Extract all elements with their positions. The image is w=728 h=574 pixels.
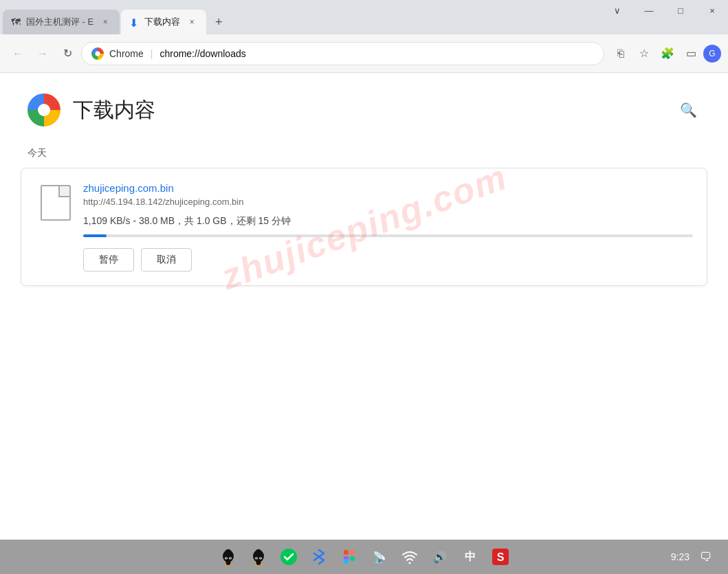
svg-point-13 — [256, 558, 257, 559]
chrome-logo-icon — [27, 93, 60, 126]
search-button[interactable]: 🔍 — [676, 98, 701, 122]
notification-button[interactable]: 🗨 — [695, 546, 717, 568]
back-button[interactable]: ← — [7, 43, 29, 65]
address-bar: ← → ↻ Chrome | chrome://downloads ⎗ ☆ 🧩 … — [0, 34, 728, 73]
svg-point-16 — [256, 560, 261, 565]
qq-icon-1[interactable] — [218, 547, 239, 567]
svg-rect-18 — [344, 550, 349, 555]
sidebar-toggle-button[interactable]: ▭ — [680, 43, 702, 65]
progress-bar-fill — [83, 234, 107, 237]
chrome-label: Chrome — [109, 48, 144, 59]
taskbar-right: 9:23 🗨 — [671, 546, 717, 568]
bluetooth-icon[interactable] — [309, 547, 329, 567]
page-header: 下载内容 🔍 — [0, 73, 728, 140]
profile-avatar[interactable]: G — [703, 45, 721, 63]
new-tab-button[interactable]: + — [209, 12, 228, 32]
svg-point-8 — [225, 560, 230, 565]
address-field[interactable]: Chrome | chrome://downloads — [81, 42, 604, 65]
section-today-label: 今天 — [0, 140, 728, 165]
progress-bar — [83, 234, 693, 237]
svg-point-10 — [255, 549, 262, 556]
url-display: chrome://downloads — [159, 48, 245, 59]
maximize-button[interactable]: □ — [665, 0, 696, 21]
sogou-icon[interactable]: S — [490, 547, 511, 567]
svg-point-2 — [225, 549, 232, 556]
taskbar: 📡 🔊 中 S 9:23 🗨 — [0, 540, 728, 574]
tab2-label: 下载内容 — [144, 16, 180, 28]
input-method-icon[interactable]: 中 — [460, 547, 481, 567]
page-title: 下载内容 — [73, 96, 155, 124]
svg-point-22 — [350, 556, 355, 561]
tab-active-downloads[interactable]: ⬇ 下载内容 × — [121, 10, 206, 34]
svg-point-23 — [408, 562, 410, 564]
check-icon[interactable] — [278, 547, 299, 567]
cancel-button[interactable]: 取消 — [141, 248, 192, 272]
download-speed-info: 1,109 KB/s - 38.0 MB，共 1.0 GB，还剩 15 分钟 — [83, 215, 693, 228]
volume-icon[interactable]: 🔊 — [430, 547, 450, 567]
page-header-left: 下载内容 — [27, 93, 155, 126]
file-icon — [41, 185, 71, 221]
share-button[interactable]: ⎗ — [610, 43, 632, 65]
svg-rect-19 — [350, 550, 355, 555]
svg-text:S: S — [496, 551, 504, 563]
svg-point-6 — [230, 558, 231, 559]
wifi-icon[interactable] — [399, 547, 420, 567]
svg-rect-21 — [344, 559, 349, 564]
toolbar-icons: ⎗ ☆ 🧩 ▭ G — [610, 43, 721, 65]
title-bar: 🗺 国外主机测评 - E × ⬇ 下载内容 × + ∨ — □ × — [0, 0, 728, 34]
download-section: zhujiceping.com zhujiceping.com.bin http… — [0, 168, 728, 286]
extensions-button[interactable]: 🧩 — [657, 43, 679, 65]
download-card: zhujiceping.com.bin http://45.194.18.142… — [21, 168, 707, 286]
reload-button[interactable]: ↻ — [56, 43, 78, 65]
tab1-label: 国外主机测评 - E — [26, 16, 93, 28]
address-separator: | — [151, 48, 153, 59]
qq-icon-2[interactable] — [248, 547, 269, 567]
chrome-favicon-icon — [91, 47, 104, 60]
forward-button[interactable]: → — [32, 43, 54, 65]
svg-point-14 — [260, 558, 261, 559]
file-icon-wrap — [35, 182, 76, 221]
tab1-favicon: 🗺 — [11, 16, 22, 27]
tab-inactive[interactable]: 🗺 国外主机测评 - E × — [3, 10, 120, 34]
clock-display: 9:23 — [671, 551, 690, 562]
chevron-down-btn[interactable]: ∨ — [602, 0, 633, 21]
minimize-button[interactable]: — — [633, 0, 665, 21]
svg-point-5 — [225, 558, 227, 559]
download-filename[interactable]: zhujiceping.com.bin — [83, 182, 693, 194]
download-actions: 暂停 取消 — [83, 248, 693, 272]
svg-point-17 — [280, 549, 297, 565]
page-content: 下载内容 🔍 今天 zhujiceping.com zhujiceping.co… — [0, 73, 728, 540]
download-tab-favicon: ⬇ — [129, 16, 140, 27]
download-info: zhujiceping.com.bin http://45.194.18.142… — [76, 182, 693, 272]
figma-icon[interactable] — [339, 547, 360, 567]
bookmark-button[interactable]: ☆ — [633, 43, 655, 65]
window-controls: ∨ — □ × — [602, 0, 728, 21]
pause-button[interactable]: 暂停 — [83, 248, 134, 272]
download-url: http://45.194.18.142/zhujiceping.com.bin — [83, 197, 693, 207]
tab2-close-btn[interactable]: × — [186, 16, 198, 28]
network-icon[interactable]: 📡 — [369, 547, 390, 567]
close-button[interactable]: × — [696, 0, 728, 21]
tab1-close-btn[interactable]: × — [99, 16, 111, 28]
